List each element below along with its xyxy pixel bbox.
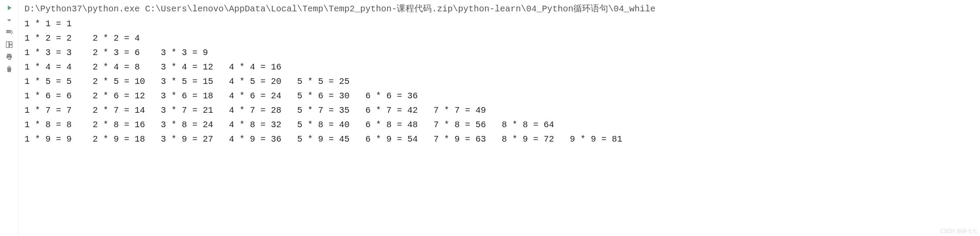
output-row: 1 * 5 = 5 2 * 5 = 10 3 * 5 = 15 4 * 5 = … (24, 76, 980, 87)
output-row: 1 * 4 = 4 2 * 4 = 8 3 * 4 = 12 4 * 4 = 1… (24, 62, 980, 72)
command-line: D:\Python37\python.exe C:\Users\lenovo\A… (24, 3, 980, 14)
console-gutter (0, 0, 18, 236)
output-row: 1 * 7 = 7 2 * 7 = 14 3 * 7 = 21 4 * 7 = … (24, 105, 980, 115)
svg-rect-1 (9, 42, 12, 44)
layout-icon[interactable] (4, 39, 14, 50)
print-icon[interactable] (4, 52, 14, 62)
output-row: 1 * 6 = 6 2 * 6 = 12 3 * 6 = 18 4 * 6 = … (24, 91, 980, 101)
step-icon[interactable] (4, 27, 14, 38)
output-row: 1 * 3 = 3 2 * 3 = 6 3 * 3 = 9 (24, 48, 980, 58)
watermark-text: CSDN @薛七七 (940, 228, 977, 235)
output-row: 1 * 1 = 1 (24, 19, 980, 29)
output-row: 1 * 8 = 8 2 * 8 = 16 3 * 8 = 24 4 * 8 = … (24, 120, 980, 130)
svg-rect-2 (9, 45, 12, 48)
trash-icon[interactable] (4, 64, 14, 74)
down-arrow-icon[interactable] (4, 15, 14, 25)
output-row: 1 * 2 = 2 2 * 2 = 4 (24, 33, 980, 43)
console-output[interactable]: D:\Python37\python.exe C:\Users\lenovo\A… (18, 0, 980, 236)
run-arrow-icon[interactable] (4, 3, 14, 13)
svg-rect-0 (6, 42, 9, 48)
output-row: 1 * 9 = 9 2 * 9 = 18 3 * 9 = 27 4 * 9 = … (24, 134, 980, 144)
